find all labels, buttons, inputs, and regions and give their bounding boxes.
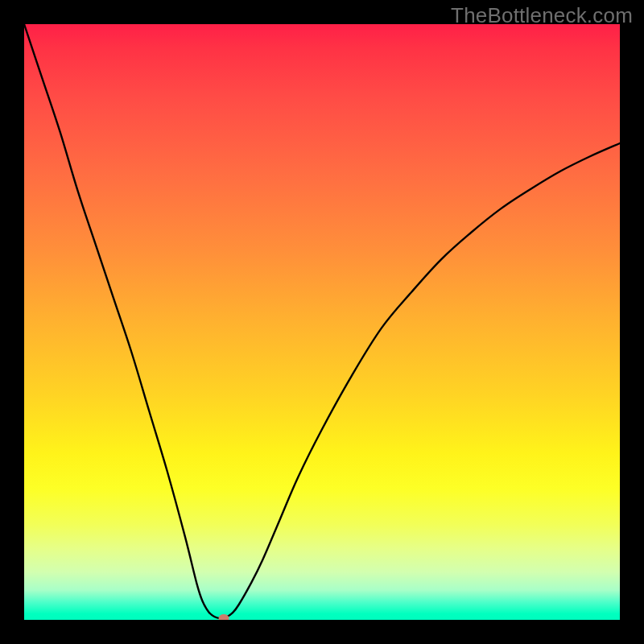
chart-frame: TheBottleneck.com bbox=[0, 0, 644, 644]
bottleneck-curve bbox=[24, 24, 620, 620]
plot-area bbox=[24, 24, 620, 620]
minimum-marker-icon bbox=[218, 614, 229, 620]
